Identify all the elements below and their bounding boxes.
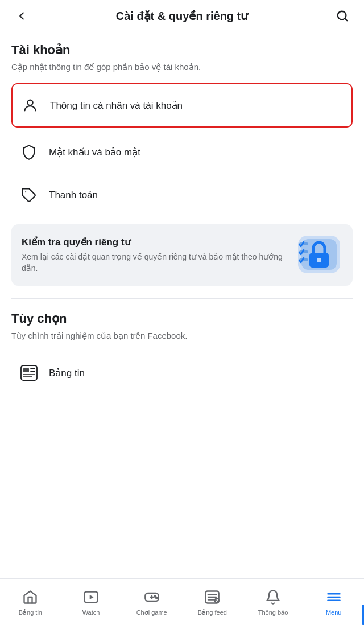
gaming-icon <box>144 589 160 607</box>
svg-rect-11 <box>21 365 37 380</box>
password-security-label: Mật khẩu và bảo mật <box>49 146 140 158</box>
nav-label-notifications: Thông báo <box>258 609 288 616</box>
options-title: Tùy chọn <box>11 311 353 326</box>
news-feed-label: Bảng tin <box>49 367 85 379</box>
section-divider <box>11 298 353 299</box>
password-security-item[interactable]: Mật khẩu và bảo mật <box>11 131 353 173</box>
personal-info-item[interactable]: Thông tin cá nhân và tài khoản <box>11 83 353 128</box>
privacy-card-title: Kiểm tra quyền riêng tư <box>22 236 289 248</box>
options-section: Tùy chọn Tùy chỉnh trải nghiệm của bạn t… <box>11 311 353 394</box>
page-title: Cài đặt & quyền riêng tư <box>32 9 332 23</box>
nav-item-gaming[interactable]: Chơi game <box>121 579 182 625</box>
svg-marker-18 <box>90 595 94 599</box>
personal-info-label: Thông tin cá nhân và tài khoản <box>50 100 183 112</box>
payment-item[interactable]: Thanh toán <box>11 174 353 216</box>
home-icon <box>22 589 38 607</box>
options-description: Tùy chỉnh trải nghiệm của bạn trên Faceb… <box>11 330 353 342</box>
search-button[interactable] <box>332 10 353 22</box>
nav-item-feed[interactable]: Bảng feed <box>182 579 243 625</box>
nav-label-gaming: Chơi game <box>136 609 167 616</box>
svg-rect-12 <box>23 368 29 372</box>
bell-icon <box>265 589 281 607</box>
accounts-section: Tài khoản Cập nhật thông tin để góp phần… <box>11 43 353 286</box>
app-header: Cài đặt & quyền riêng tư <box>0 0 364 31</box>
newsfeed-icon <box>17 361 41 385</box>
bottom-navigation: Bảng tin Watch Chơi game <box>0 578 364 625</box>
nav-label-feed: Bảng feed <box>198 609 227 616</box>
svg-point-23 <box>156 597 157 598</box>
privacy-check-card[interactable]: Kiểm tra quyền riêng tư Xem lại các cài … <box>11 224 353 286</box>
privacy-card-text: Kiểm tra quyền riêng tư Xem lại các cài … <box>22 236 289 274</box>
person-icon <box>18 93 42 117</box>
privacy-card-description: Xem lại các cài đặt quan trọng về quyền … <box>22 252 289 274</box>
nav-label-menu: Menu <box>326 609 342 616</box>
payment-label: Thanh toán <box>49 190 98 201</box>
privacy-lock-illustration <box>297 235 342 276</box>
accounts-title: Tài khoản <box>11 43 353 57</box>
svg-point-7 <box>317 258 321 262</box>
main-content: Tài khoản Cập nhật thông tin để góp phần… <box>0 31 364 394</box>
tag-icon <box>17 183 41 207</box>
svg-line-1 <box>345 18 347 20</box>
menu-icon <box>326 589 342 607</box>
svg-line-30 <box>217 600 218 601</box>
nav-item-notifications[interactable]: Thông báo <box>243 579 304 625</box>
nav-label-home: Bảng tin <box>19 609 42 616</box>
watch-icon <box>83 589 99 607</box>
nav-label-watch: Watch <box>82 609 100 616</box>
shield-icon <box>17 140 41 164</box>
nav-item-menu[interactable]: Menu <box>303 579 364 625</box>
accounts-description: Cập nhật thông tin để góp phần bảo vệ tà… <box>11 61 353 73</box>
nav-item-watch[interactable]: Watch <box>61 579 122 625</box>
svg-point-2 <box>27 100 32 105</box>
nav-item-home[interactable]: Bảng tin <box>0 579 61 625</box>
back-button[interactable] <box>11 10 32 22</box>
news-feed-item[interactable]: Bảng tin <box>11 352 353 394</box>
feed-icon <box>204 589 220 607</box>
